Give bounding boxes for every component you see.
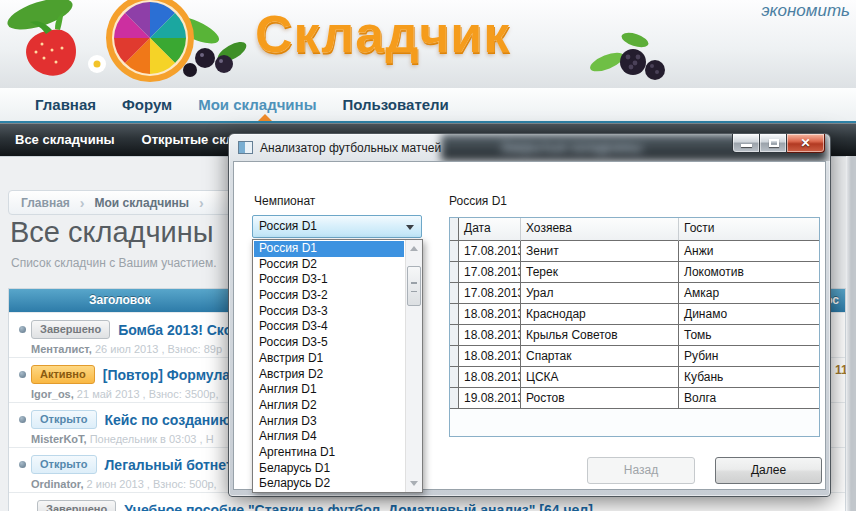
col-header-guest[interactable]: Гости (679, 218, 819, 241)
dropdown-item[interactable]: Беларусь D1 (254, 461, 404, 477)
table-cell[interactable]: 19.08.2013 (459, 388, 521, 409)
dropdown-item[interactable]: Англия D1 (254, 382, 404, 398)
table-cell[interactable]: Рубин (679, 346, 819, 367)
table-cell[interactable]: Томь (679, 325, 819, 346)
table-cell[interactable]: Ростов (521, 388, 679, 409)
next-button[interactable]: Далее (715, 457, 822, 484)
table-cell[interactable]: Кубань (679, 367, 819, 388)
table-cell[interactable]: 17.08.2013 (459, 262, 521, 283)
table-cell[interactable]: Волга (679, 388, 819, 409)
item-author[interactable]: MisterKoT, (31, 433, 87, 445)
dropdown-item[interactable]: Россия D1 (254, 241, 404, 257)
table-filler (521, 409, 679, 436)
table-cell[interactable]: Анжи (679, 241, 819, 262)
dropdown-item[interactable]: Россия D3-2 (254, 288, 404, 304)
dropdown-item[interactable]: Австрия D2 (254, 367, 404, 383)
back-button[interactable]: Назад (587, 457, 695, 484)
minimize-button[interactable] (732, 134, 759, 153)
row-header[interactable] (450, 346, 459, 367)
chevron-right-icon: › (80, 195, 85, 211)
dropdown-item[interactable]: Англия D2 (254, 398, 404, 414)
status-badge: Завершено (37, 500, 116, 511)
blurred-subnav-item: Закрытые складчины (501, 140, 642, 155)
table-cell[interactable]: 18.08.2013 (459, 346, 521, 367)
col-header-home[interactable]: Хозяева (521, 218, 679, 241)
site-logo: Складчик (255, 4, 510, 64)
item-title-link[interactable]: Учебное пособие "Ставки на футбол. Домат… (124, 502, 593, 511)
item-title-link[interactable]: Легальный ботнет (105, 457, 233, 473)
window-buttons: ✕ (732, 134, 825, 153)
col-header-date[interactable]: Дата (459, 218, 521, 241)
table-cell[interactable]: ЦСКА (521, 367, 679, 388)
matches-table: Дата Хозяева Гости 17.08.2013 Зенит Анжи… (449, 217, 820, 437)
page-title: Все складчины (10, 216, 214, 249)
breadcrumb-item-current[interactable]: Мои складчины (94, 196, 189, 210)
scrollbar-thumb[interactable] (407, 266, 421, 306)
dropdown-item[interactable]: Австрия D1 (254, 351, 404, 367)
item-title-link[interactable]: [Повтор] Формула (103, 367, 230, 383)
table-filler (450, 409, 459, 436)
maximize-button[interactable] (759, 134, 787, 153)
table-cell[interactable]: Спартак (521, 346, 679, 367)
championship-label: Чемпионат (254, 194, 315, 208)
row-header[interactable] (450, 304, 459, 325)
table-cell[interactable]: Динамо (679, 304, 819, 325)
table-filler (679, 409, 819, 436)
row-header[interactable] (450, 262, 459, 283)
table-cell[interactable]: 18.08.2013 (459, 304, 521, 325)
table-cell[interactable]: Амкар (679, 283, 819, 304)
subnav-item-open[interactable]: Открытые скл (142, 132, 235, 147)
dropdown-item[interactable]: Англия D4 (254, 429, 404, 445)
scroll-up-icon[interactable] (410, 246, 418, 251)
dropdown-item[interactable]: Беларусь D2 (254, 476, 404, 492)
row-header[interactable] (450, 367, 459, 388)
blackberries-illustration (585, 32, 680, 84)
table-cell[interactable]: Локомотив (679, 262, 819, 283)
table-cell[interactable]: Крылья Советов (521, 325, 679, 346)
row-header[interactable] (450, 388, 459, 409)
table-cell[interactable]: 18.08.2013 (459, 325, 521, 346)
nav-item-users[interactable]: Пользователи (342, 96, 448, 113)
chevron-right-icon: › (199, 195, 204, 211)
item-author[interactable]: Igor_os, (31, 388, 74, 400)
page-subtitle: Список складчин с Вашим участием. (11, 256, 217, 270)
item-title-link[interactable]: Бомба 2013! Ско (118, 322, 232, 338)
item-meta-text: Понедельник в 03:03 , Н (87, 433, 214, 445)
dropdown-item[interactable]: Англия D3 (254, 414, 404, 430)
status-badge: Активно (31, 365, 95, 384)
dropdown-item[interactable]: Россия D3-1 (254, 272, 404, 288)
row-header[interactable] (450, 325, 459, 346)
item-title-link[interactable]: Кейс по созданию (105, 412, 231, 428)
dropdown-item[interactable]: Россия D3-5 (254, 335, 404, 351)
table-cell[interactable]: Зенит (521, 241, 679, 262)
dropdown-item[interactable]: Россия D2 (254, 257, 404, 273)
item-author[interactable]: Ordinator, (31, 478, 84, 490)
page-scroll-gutter[interactable] (846, 156, 856, 511)
table-cell[interactable]: 18.08.2013 (459, 367, 521, 388)
scroll-down-icon[interactable] (410, 481, 418, 486)
analyzer-dialog: Закрытые складчины Анализатор футбольных… (228, 133, 831, 497)
table-cell[interactable]: Терек (521, 262, 679, 283)
nav-item-home[interactable]: Главная (35, 96, 96, 113)
table-cell[interactable]: Урал (521, 283, 679, 304)
dropdown-item[interactable]: Аргентина D1 (254, 445, 404, 461)
dropdown-scrollbar[interactable] (405, 240, 422, 492)
row-header[interactable] (450, 283, 459, 304)
dialog-content: Чемпионат Россия D1 Россия D1 Россия D1 … (233, 161, 826, 490)
dropdown-item[interactable]: Россия D3-3 (254, 304, 404, 320)
nav-item-forum[interactable]: Форум (122, 96, 172, 113)
table-cell[interactable]: 17.08.2013 (459, 283, 521, 304)
table-cell[interactable]: 17.08.2013 (459, 241, 521, 262)
site-slogan: экономить (761, 1, 850, 21)
item-author[interactable]: Менталист, (31, 343, 92, 355)
close-button[interactable]: ✕ (787, 134, 825, 153)
bullet-icon (19, 416, 26, 423)
dropdown-item[interactable]: Россия D3-4 (254, 319, 404, 335)
nav-item-my-skladchiny[interactable]: Мои складчины (198, 96, 316, 113)
table-cell[interactable]: Краснодар (521, 304, 679, 325)
subnav-item-all[interactable]: Все складчины (15, 132, 115, 147)
row-header[interactable] (450, 241, 459, 262)
breadcrumb-item-home[interactable]: Главная (21, 196, 70, 210)
championship-combobox[interactable]: Россия D1 (252, 215, 422, 238)
table-corner-cell (450, 218, 459, 241)
